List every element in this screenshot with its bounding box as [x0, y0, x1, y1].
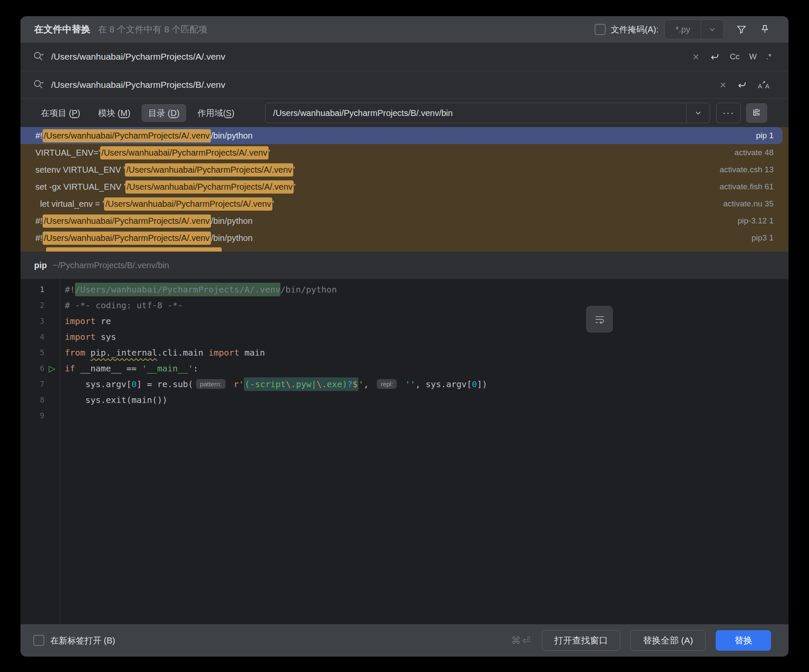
result-file-label: pip 1 [756, 131, 774, 140]
replace-field-row[interactable]: /Users/wanhuabai/PycharmProjects/B/.venv… [20, 71, 789, 98]
code-token: sys.argv[ [65, 379, 132, 389]
clear-search-icon[interactable]: × [693, 51, 699, 62]
code-token: import [208, 348, 239, 358]
words-button[interactable]: W [749, 52, 757, 61]
result-row[interactable]: #!/Users/wanhuabai/PycharmProjects/A/.ve… [20, 127, 789, 144]
pin-icon[interactable] [759, 24, 771, 35]
code-line[interactable]: 8 sys.exit(main()) [20, 392, 789, 408]
line-number: 2 [40, 301, 44, 310]
code-token: 0 [132, 379, 137, 389]
browse-directory-button[interactable]: ··· [716, 103, 741, 123]
line-number: 6 [40, 364, 44, 373]
replace-in-files-dialog: 在文件中替换 在 8 个文件中有 8 个匹配项 文件掩码(A): *.py [20, 16, 789, 657]
line-gutter: 5 [20, 348, 60, 357]
code-token: ] = re.sub( [137, 379, 193, 389]
line-gutter: 8 [20, 396, 60, 404]
result-row[interactable]: VIRTUAL_ENV='/Users/wanhuabai/PycharmPro… [20, 144, 789, 161]
code-line[interactable]: 6▷if __name__ == '__main__': [20, 360, 789, 376]
result-row-text: #!/Users/wanhuabai/PycharmProjects/A/.ve… [35, 232, 253, 245]
title-bar-controls: 文件掩码(A): *.py [595, 20, 771, 39]
preview-header: pip ~/PycharmProjects/B/.venv/bin [20, 252, 789, 279]
result-row[interactable]: setenv VIRTUAL_ENV '/Users/wanhuabai/Pyc… [20, 161, 789, 178]
result-suffix: /bin/python [211, 131, 253, 141]
result-file-label: activate.csh 13 [719, 165, 774, 174]
code-text: from pip._internal.cli.main import main [60, 348, 265, 358]
code-token [85, 348, 90, 358]
result-row[interactable]: #!/Users/wanhuabai/PycharmProjects/A/.ve… [20, 212, 789, 229]
code-token: ? [347, 377, 352, 391]
soft-wrap-button[interactable] [586, 306, 613, 333]
directory-combo[interactable]: /Users/wanhuabai/PycharmProjects/B/.venv… [265, 103, 710, 123]
result-file-label: pip3 1 [751, 233, 774, 243]
result-prefix: #! [35, 216, 43, 226]
code-token: main [239, 348, 265, 358]
code-token: # -*- coding: utf-8 -*- [65, 300, 183, 310]
run-icon[interactable]: ▷ [44, 363, 60, 374]
code-token [400, 379, 405, 389]
chevron-down-icon[interactable] [686, 103, 710, 123]
inlay-hint: pattern: [196, 379, 225, 389]
open-find-window-button[interactable]: 打开查找窗口 [542, 630, 620, 651]
code-token: '__main__' [142, 363, 193, 374]
filter-icon[interactable] [736, 24, 747, 35]
search-input[interactable]: /Users/wanhuabai/PycharmProjects/A/.venv [51, 52, 684, 62]
replace-all-button[interactable]: 替换全部 (A) [630, 630, 705, 651]
result-row-text: setenv VIRTUAL_ENV '/Users/wanhuabai/Pyc… [35, 163, 295, 177]
file-mask-value: *.py [665, 20, 701, 39]
svg-text:A: A [758, 82, 762, 90]
result-prefix: let virtual_env = ' [35, 199, 104, 209]
file-mask-checkbox[interactable] [595, 24, 606, 35]
code-token: ]) [477, 379, 487, 389]
result-prefix: setenv VIRTUAL_ENV ' [35, 165, 125, 175]
code-line[interactable]: 2# -*- coding: utf-8 -*- [20, 297, 789, 313]
directory-path[interactable]: /Users/wanhuabai/PycharmProjects/B/.venv… [266, 108, 686, 118]
replace-search-icon[interactable] [32, 78, 45, 91]
result-row[interactable]: set -gx VIRTUAL_ENV '/Users/wanhuabai/Py… [20, 178, 789, 195]
code-line[interactable]: 1#!/Users/wanhuabai/PycharmProjects/A/.v… [20, 281, 789, 297]
replace-button[interactable]: 替换 [716, 630, 771, 651]
chevron-down-icon[interactable] [701, 20, 723, 39]
line-number: 9 [40, 411, 44, 420]
code-text: import re [60, 316, 111, 326]
code-text: sys.argv[0] = re.sub(pattern: r'(-script… [60, 377, 487, 391]
result-file-label: pip-3.12 1 [737, 216, 774, 226]
code-editor[interactable]: 1#!/Users/wanhuabai/PycharmProjects/A/.v… [20, 279, 789, 624]
code-line[interactable]: 5from pip._internal.cli.main import main [20, 345, 789, 360]
result-row[interactable]: #!/Users/wanhuabai/PycharmProjects/A/.ve… [20, 229, 789, 246]
tab-module[interactable]: 模块 (M) [91, 104, 137, 122]
tab-in-project[interactable]: 在项目 (P) [34, 104, 87, 122]
insert-newline-icon[interactable] [736, 79, 748, 91]
search-field-row[interactable]: /Users/wanhuabai/PycharmProjects/A/.venv… [20, 43, 789, 71]
result-file-label: activate.nu 35 [723, 199, 774, 209]
code-line[interactable]: 3import re [20, 313, 789, 329]
code-line[interactable]: 4import sys [20, 329, 789, 345]
code-text: if __name__ == '__main__': [60, 363, 198, 374]
line-gutter: 9 [20, 411, 60, 420]
result-row[interactable]: let virtual_env = '/Users/wanhuabai/Pych… [20, 195, 789, 212]
code-token: import [65, 332, 95, 342]
directory-tree-toggle-button[interactable] [746, 103, 767, 123]
tab-scope[interactable]: 作用域(S) [191, 104, 241, 122]
result-row-partial[interactable] [20, 246, 789, 252]
results-list: #!/Users/wanhuabai/PycharmProjects/A/.ve… [20, 127, 789, 252]
scope-row: 在项目 (P) 模块 (M) 目录 (D) 作用域(S) /Users/wanh… [20, 98, 789, 127]
preserve-case-icon[interactable]: A A [757, 79, 771, 91]
insert-newline-icon[interactable] [708, 51, 720, 63]
match-case-button[interactable]: Cc [730, 52, 740, 61]
code-text: sys.exit(main()) [60, 395, 168, 405]
code-line[interactable]: 7 sys.argv[0] = re.sub(pattern: r'(-scri… [20, 376, 789, 392]
regex-button[interactable]: .* [766, 52, 771, 61]
tab-directory[interactable]: 目录 (D) [142, 104, 186, 122]
file-mask-combo[interactable]: *.py [665, 20, 724, 39]
code-token: exe) [327, 377, 347, 391]
match-highlight: /Users/wanhuabai/PycharmProjects/A/.venv [43, 129, 211, 142]
code-line[interactable]: 9 [20, 408, 789, 423]
scope-tabs: 在项目 (P) 模块 (M) 目录 (D) 作用域(S) [34, 104, 241, 122]
replace-input[interactable]: /Users/wanhuabai/PycharmProjects/B/.venv [51, 80, 711, 90]
code-token: '' [405, 379, 415, 389]
clear-replace-icon[interactable]: × [720, 79, 726, 90]
open-in-new-tab-checkbox[interactable] [33, 635, 44, 646]
search-icon[interactable] [32, 50, 45, 63]
code-token: \. [317, 377, 327, 391]
code-token: : [193, 363, 198, 374]
